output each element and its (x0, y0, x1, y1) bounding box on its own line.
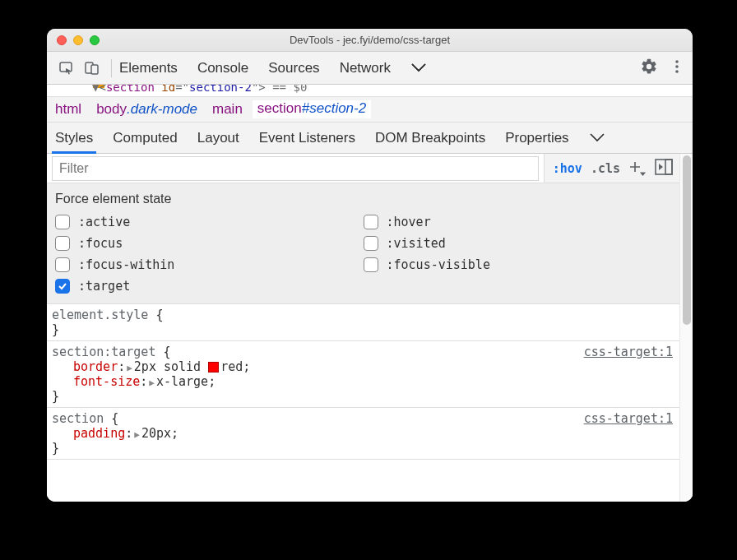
styles-subtabs: Styles Computed Layout Event Listeners D… (47, 123, 693, 154)
color-swatch-icon[interactable] (208, 362, 219, 373)
device-toolbar-icon[interactable] (81, 57, 104, 80)
filter-input[interactable] (52, 156, 539, 181)
force-element-state-panel: Force element state :active:hover:focus:… (47, 183, 679, 304)
window-title: DevTools - jec.fyi/demo/css-target (290, 34, 450, 46)
scrollbar[interactable] (679, 154, 693, 502)
checkbox-icon[interactable] (55, 236, 70, 251)
subtab-more-icon[interactable] (589, 130, 605, 146)
subtab-styles[interactable]: Styles (55, 130, 93, 146)
maximize-icon[interactable] (90, 35, 100, 45)
tab-sources[interactable]: Sources (268, 60, 319, 76)
window-controls (57, 35, 100, 45)
subtab-layout[interactable]: Layout (197, 130, 239, 146)
window-titlebar: DevTools - jec.fyi/demo/css-target (47, 29, 693, 52)
svg-rect-2 (91, 65, 98, 74)
dom-source-line[interactable]: ▼<section id="section-2"> == $0 (47, 85, 693, 96)
svg-rect-7 (656, 160, 672, 174)
rule-source-link[interactable]: css-target:1 (584, 345, 673, 359)
breadcrumb-body[interactable]: body.dark-mode (96, 101, 197, 118)
minimize-icon[interactable] (73, 35, 83, 45)
devtools-window: DevTools - jec.fyi/demo/css-target Eleme… (47, 29, 693, 502)
toggle-sidebar-icon[interactable] (655, 159, 673, 178)
checkbox-icon[interactable] (364, 257, 378, 272)
checkbox-icon[interactable] (364, 215, 378, 229)
rule-selector[interactable]: section (52, 411, 104, 426)
breadcrumb-main[interactable]: main (212, 101, 243, 118)
rule-selector[interactable]: section:target (52, 345, 155, 359)
rule-selector[interactable]: element.style (52, 308, 148, 322)
state-target[interactable]: :target (55, 279, 364, 294)
breadcrumbs: html body.dark-mode main section#section… (47, 96, 693, 123)
breadcrumb-html[interactable]: html (55, 101, 81, 118)
css-rule[interactable]: element.style {} (47, 304, 679, 341)
tab-elements[interactable]: Elements (119, 60, 178, 76)
checkbox-icon[interactable] (364, 236, 378, 251)
styles-pane: :hov .cls Force element state :active:ho… (47, 154, 693, 502)
state-label: :focus-visible (387, 257, 490, 272)
subtab-event-listeners[interactable]: Event Listeners (259, 130, 355, 146)
inspect-element-icon[interactable] (55, 57, 78, 80)
checkbox-icon[interactable] (55, 215, 70, 229)
svg-point-4 (675, 65, 679, 68)
breadcrumb-section[interactable]: section#section-2 (253, 100, 371, 118)
close-icon[interactable] (57, 35, 67, 45)
tab-network[interactable]: Network (340, 60, 391, 76)
state-label: :target (78, 279, 130, 294)
state-label: :focus-within (78, 257, 174, 272)
force-state-title: Force element state (55, 192, 671, 206)
css-declaration[interactable]: font-size:▶x-large; (52, 374, 673, 389)
rule-source-link[interactable]: css-target:1 (584, 411, 673, 426)
cls-toggle[interactable]: .cls (591, 161, 620, 176)
state-focus-visible[interactable]: :focus-visible (364, 257, 672, 272)
tab-console[interactable]: Console (197, 60, 248, 76)
css-declaration[interactable]: padding:▶20px; (52, 426, 673, 441)
subtab-dom-breakpoints[interactable]: DOM Breakpoints (375, 130, 485, 146)
state-label: :focus (78, 236, 123, 251)
state-visited[interactable]: :visited (364, 236, 672, 251)
checkbox-icon[interactable] (55, 279, 70, 294)
state-active[interactable]: :active (55, 215, 364, 229)
css-declaration[interactable]: border:▶2px solid red; (52, 359, 673, 374)
svg-point-3 (675, 60, 679, 63)
new-style-rule-icon[interactable] (628, 160, 647, 177)
css-rule[interactable]: css-target:1section:target {border:▶2px … (47, 341, 679, 408)
filter-row: :hov .cls (47, 154, 679, 183)
tab-more-icon[interactable] (410, 60, 427, 76)
main-toolbar: Elements Console Sources Network (47, 52, 693, 85)
subtab-properties[interactable]: Properties (505, 130, 568, 146)
state-label: :active (78, 215, 130, 229)
state-hover[interactable]: :hover (364, 215, 672, 229)
state-focus-within[interactable]: :focus-within (55, 257, 364, 272)
state-label: :visited (387, 236, 446, 251)
checkbox-icon[interactable] (55, 257, 70, 272)
svg-point-5 (675, 70, 679, 73)
state-label: :hover (387, 215, 431, 229)
settings-icon[interactable] (640, 58, 658, 79)
scroll-thumb[interactable] (683, 155, 691, 325)
svg-rect-8 (665, 160, 672, 174)
main-tabs: Elements Console Sources Network (119, 60, 427, 76)
subtab-computed[interactable]: Computed (113, 130, 177, 146)
css-rule[interactable]: css-target:1section {padding:▶20px;} (47, 408, 679, 460)
divider (111, 59, 112, 77)
kebab-menu-icon[interactable] (670, 59, 684, 77)
state-focus[interactable]: :focus (55, 236, 364, 251)
hov-toggle[interactable]: :hov (553, 161, 582, 176)
